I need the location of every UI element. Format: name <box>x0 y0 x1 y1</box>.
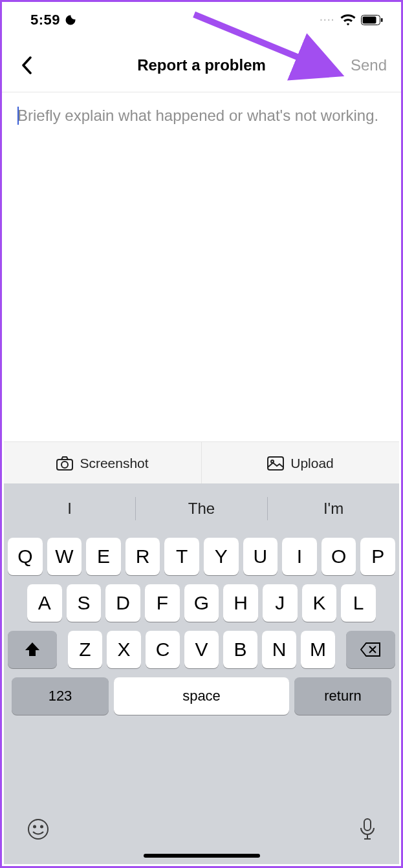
problem-description-placeholder: Briefly explain what happened or what's … <box>17 105 386 126</box>
emoji-icon <box>27 818 49 840</box>
image-icon <box>267 456 284 471</box>
backspace-key[interactable] <box>346 631 395 668</box>
svg-point-10 <box>41 825 43 827</box>
upload-button[interactable]: Upload <box>202 442 399 485</box>
screenshot-button[interactable]: Screenshot <box>4 442 202 485</box>
space-key[interactable]: space <box>114 677 289 715</box>
key-w[interactable]: W <box>47 538 82 575</box>
key-row-4: 123 space return <box>8 677 395 715</box>
problem-description-area[interactable]: Briefly explain what happened or what's … <box>2 92 401 467</box>
key-o[interactable]: O <box>321 538 356 575</box>
key-x[interactable]: X <box>107 631 141 668</box>
key-row-1: Q W E R T Y U I O P <box>8 538 395 575</box>
key-m[interactable]: M <box>301 631 335 668</box>
key-v[interactable]: V <box>184 631 219 668</box>
emoji-button[interactable] <box>27 818 49 842</box>
attachment-toolbar: Screenshot Upload <box>4 441 399 485</box>
back-button[interactable] <box>11 50 42 81</box>
svg-point-5 <box>61 461 68 468</box>
wifi-icon <box>340 14 356 26</box>
camera-icon <box>56 456 73 471</box>
shift-icon <box>24 641 41 658</box>
send-button[interactable]: Send <box>348 52 389 78</box>
key-f[interactable]: F <box>145 584 180 622</box>
shift-key[interactable] <box>8 631 57 668</box>
key-u[interactable]: U <box>243 538 278 575</box>
cellular-loading-icon: ···· <box>320 15 335 25</box>
do-not-disturb-icon <box>64 14 77 26</box>
page-title: Report a problem <box>2 56 401 74</box>
upload-label: Upload <box>290 456 334 471</box>
suggestion-3[interactable]: I'm <box>268 483 399 534</box>
svg-rect-11 <box>364 819 371 831</box>
key-n[interactable]: N <box>262 631 296 668</box>
key-z[interactable]: Z <box>68 631 102 668</box>
key-s[interactable]: S <box>67 584 102 622</box>
svg-point-8 <box>28 820 48 839</box>
svg-rect-2 <box>363 17 376 24</box>
status-bar: 5:59 ···· <box>2 2 401 38</box>
nav-bar: Report a problem Send <box>2 38 401 92</box>
home-indicator[interactable] <box>144 854 260 858</box>
keyboard: I The I'm Q W E R T Y U I O P A S D <box>4 483 399 864</box>
key-c[interactable]: C <box>146 631 180 668</box>
key-k[interactable]: K <box>302 584 337 622</box>
backspace-icon <box>360 642 381 657</box>
status-time: 5:59 <box>30 12 60 28</box>
key-g[interactable]: G <box>184 584 219 622</box>
key-q[interactable]: Q <box>8 538 43 575</box>
svg-rect-6 <box>268 457 283 470</box>
screenshot-label: Screenshot <box>80 456 148 471</box>
key-r[interactable]: R <box>125 538 160 575</box>
key-a[interactable]: A <box>27 584 62 622</box>
key-l[interactable]: L <box>341 584 376 622</box>
return-key[interactable]: return <box>294 677 391 715</box>
chevron-left-icon <box>21 56 32 74</box>
text-cursor <box>17 107 19 125</box>
svg-rect-3 <box>381 18 383 22</box>
suggestion-1[interactable]: I <box>4 483 135 534</box>
key-e[interactable]: E <box>86 538 121 575</box>
dictation-button[interactable] <box>359 818 376 843</box>
key-y[interactable]: Y <box>204 538 239 575</box>
battery-icon <box>361 15 383 25</box>
key-b[interactable]: B <box>223 631 257 668</box>
key-i[interactable]: I <box>282 538 317 575</box>
key-row-3: Z X C V B N M <box>8 631 395 668</box>
key-t[interactable]: T <box>164 538 199 575</box>
suggestion-bar: I The I'm <box>4 483 399 534</box>
numeric-key[interactable]: 123 <box>12 677 109 715</box>
svg-point-9 <box>34 825 36 827</box>
key-h[interactable]: H <box>223 584 258 622</box>
suggestion-2[interactable]: The <box>136 483 267 534</box>
key-d[interactable]: D <box>105 584 140 622</box>
key-row-2: A S D F G H J K L <box>8 584 395 622</box>
microphone-icon <box>359 818 376 841</box>
key-p[interactable]: P <box>360 538 395 575</box>
key-j[interactable]: J <box>263 584 298 622</box>
